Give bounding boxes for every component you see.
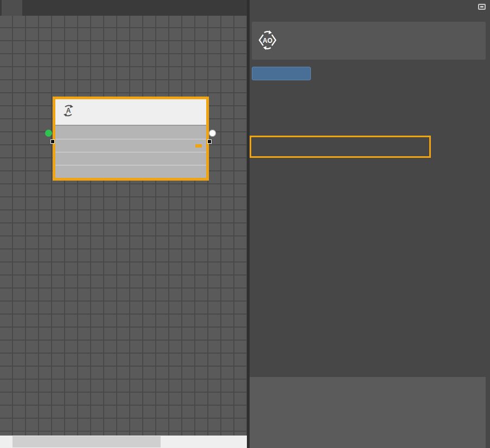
node-row[interactable] bbox=[55, 126, 206, 139]
output-port[interactable] bbox=[209, 130, 216, 137]
status-row-highlight bbox=[250, 136, 431, 158]
set-button[interactable] bbox=[252, 67, 311, 80]
svg-text:A: A bbox=[66, 107, 71, 114]
error-badge bbox=[195, 144, 202, 148]
document-tabbar bbox=[0, 0, 247, 16]
analog-datapoint-node[interactable]: A bbox=[53, 97, 209, 181]
scrollbar-thumb[interactable] bbox=[12, 436, 161, 447]
scroll-left-arrow[interactable] bbox=[0, 436, 12, 448]
analog-output-icon: AO bbox=[257, 30, 278, 52]
node-row[interactable] bbox=[55, 152, 206, 165]
object-card: AO bbox=[252, 22, 486, 60]
node-row[interactable] bbox=[55, 139, 206, 152]
table-empty-area bbox=[250, 377, 486, 448]
node-header[interactable]: A bbox=[55, 99, 206, 126]
node-row-empty[interactable] bbox=[55, 165, 206, 178]
panel-header bbox=[250, 0, 490, 13]
dock-window-icon[interactable] bbox=[478, 4, 486, 10]
object-properties-panel: AO bbox=[250, 0, 490, 448]
resize-handle-left[interactable] bbox=[50, 139, 55, 144]
tab-application[interactable] bbox=[2, 0, 22, 16]
horizontal-scrollbar[interactable] bbox=[0, 436, 247, 448]
analog-point-icon: A bbox=[62, 104, 75, 120]
resize-handle-right[interactable] bbox=[207, 139, 212, 144]
wiresheet-canvas[interactable]: A bbox=[0, 16, 247, 436]
svg-text:AO: AO bbox=[263, 37, 272, 44]
input-port[interactable] bbox=[45, 130, 52, 137]
